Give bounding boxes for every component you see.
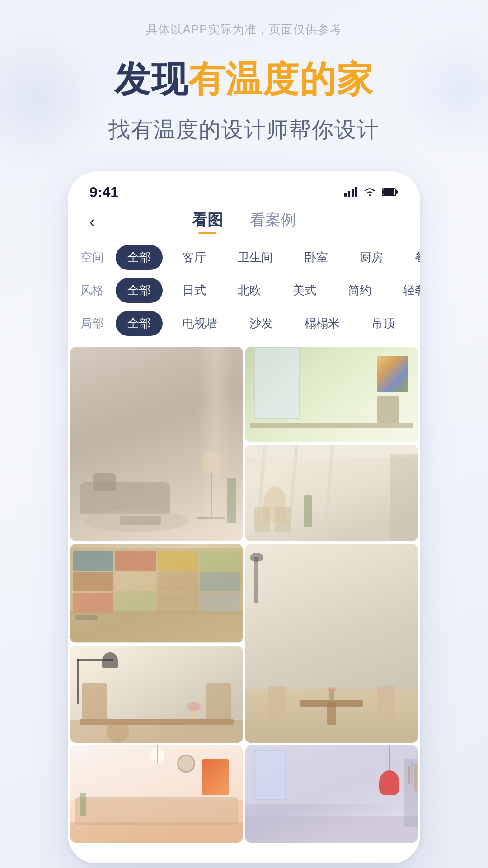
- grid-item-5[interactable]: [245, 544, 418, 743]
- grid-item-4[interactable]: [70, 544, 243, 643]
- filter-chip-luxury-light[interactable]: 轻奢: [391, 278, 420, 303]
- svg-rect-3: [355, 187, 357, 197]
- wifi-icon: [363, 185, 376, 200]
- filter-chip-space-all[interactable]: 全部: [116, 245, 163, 270]
- filter-chip-kitchen[interactable]: 厨房: [348, 245, 395, 270]
- filter-label-detail: 局部: [80, 316, 108, 331]
- grid-item-7[interactable]: [70, 745, 243, 843]
- svg-rect-1: [348, 191, 350, 197]
- status-icons: [344, 185, 399, 200]
- bottom-safe-area: [68, 845, 420, 863]
- bg-decoration-2: [398, 27, 488, 154]
- grid-item-2[interactable]: [245, 347, 418, 442]
- filter-chip-style-all[interactable]: 全部: [116, 278, 163, 303]
- filter-row-detail: 局部 全部 电视墙 沙发 榻榻米 吊顶 干湿: [80, 311, 408, 336]
- nav-tabs: 看图 看案例: [192, 210, 296, 234]
- filter-chip-nordic[interactable]: 北欧: [226, 278, 273, 303]
- filter-chip-japanese[interactable]: 日式: [171, 278, 218, 303]
- signal-icon: [344, 185, 357, 200]
- grid-item-3[interactable]: [245, 445, 418, 541]
- filter-chip-ceiling[interactable]: 吊顶: [360, 311, 407, 336]
- filter-label-space: 空间: [80, 250, 108, 265]
- disclaimer-text: 具体以APP实际为准，页面仅供参考: [146, 22, 342, 38]
- grid-item-1[interactable]: [70, 347, 243, 541]
- hero-title: 发现有温度的家: [114, 56, 374, 104]
- filter-chip-detail-all[interactable]: 全部: [116, 311, 163, 336]
- svg-rect-0: [344, 193, 347, 197]
- filter-row-style: 风格 全部 日式 北欧 美式 简约 轻奢: [80, 278, 408, 303]
- filter-chip-minimalist[interactable]: 简约: [336, 278, 383, 303]
- tab-look-cases[interactable]: 看案例: [250, 210, 296, 234]
- filter-chip-american[interactable]: 美式: [281, 278, 328, 303]
- filter-chip-bedroom[interactable]: 卧室: [293, 245, 340, 270]
- filter-label-style: 风格: [80, 283, 108, 298]
- filter-chip-tatami[interactable]: 榻榻米: [293, 311, 352, 336]
- svg-rect-2: [352, 189, 354, 197]
- battery-icon: [382, 185, 399, 200]
- hero-subtitle: 找有温度的设计师帮你设计: [108, 115, 380, 144]
- filter-chip-sofa[interactable]: 沙发: [238, 311, 285, 336]
- filter-chip-bathroom[interactable]: 卫生间: [226, 245, 285, 270]
- grid-item-8[interactable]: [245, 745, 418, 843]
- filter-chip-tv-wall[interactable]: 电视墙: [171, 311, 230, 336]
- image-grid: [68, 344, 420, 845]
- svg-rect-7: [383, 189, 394, 195]
- hero-title-part1: 发现: [114, 59, 188, 99]
- tab-look-photos[interactable]: 看图: [192, 210, 223, 234]
- nav-bar: ‹ 看图 看案例: [68, 205, 420, 245]
- phone-mockup: 9:41: [68, 171, 420, 863]
- back-button[interactable]: ‹: [89, 212, 95, 231]
- filter-chip-living[interactable]: 客厅: [171, 245, 218, 270]
- filter-chip-dry-wet[interactable]: 干湿: [415, 311, 420, 336]
- filter-chip-dining[interactable]: 餐厅: [403, 245, 420, 270]
- bg-decoration-1: [0, 27, 108, 172]
- hero-title-highlight: 有温度的家: [188, 59, 374, 99]
- status-bar: 9:41: [68, 171, 420, 205]
- filter-row-space: 空间 全部 客厅 卫生间 卧室 厨房 餐厅: [80, 245, 408, 270]
- svg-point-4: [369, 194, 371, 196]
- grid-item-6[interactable]: [70, 646, 243, 743]
- status-time: 9:41: [89, 184, 118, 201]
- svg-rect-6: [396, 190, 398, 194]
- filter-section: 空间 全部 客厅 卫生间 卧室 厨房 餐厅 风格 全部 日式 北欧 美式 简约 …: [68, 245, 420, 336]
